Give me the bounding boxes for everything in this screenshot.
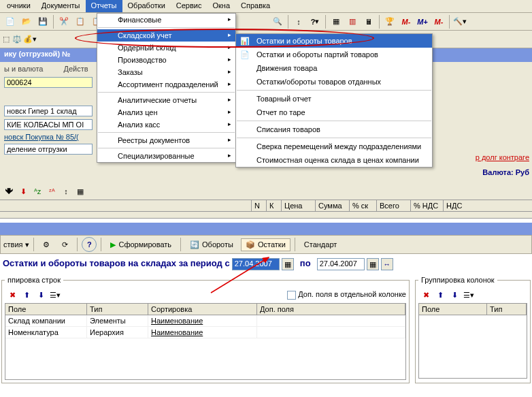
- col-nds: НДС: [444, 200, 471, 211]
- menu-cash-analysis[interactable]: Анализ касс: [97, 118, 235, 131]
- submenu-goods-report[interactable]: Товарный отчет: [236, 92, 432, 106]
- calendar-from-icon[interactable]: ▦: [282, 258, 294, 270]
- settings-icon[interactable]: ⚙: [38, 238, 54, 251]
- submenu-tare[interactable]: Отчет по таре: [236, 106, 432, 119]
- standard-button[interactable]: Стандарт: [299, 238, 342, 251]
- tab-label[interactable]: ы и валюта: [4, 65, 43, 73]
- m-plus-icon[interactable]: M+: [415, 14, 430, 29]
- open-icon[interactable]: 📂: [19, 14, 34, 29]
- date-to-input[interactable]: 27.04.2007: [317, 258, 365, 270]
- submenu-stock-turnover[interactable]: 📊Остатки и обороты товаров: [236, 34, 432, 48]
- down-icon[interactable]: ⬇: [35, 289, 47, 301]
- menu-otchety[interactable]: Отчеты: [86, 0, 122, 12]
- run-button[interactable]: ▶Сформировать: [105, 238, 176, 251]
- report-icon: 📄: [240, 50, 251, 61]
- menu-dokumenty[interactable]: Документы: [36, 0, 86, 12]
- menu-production[interactable]: Производство: [97, 54, 235, 66]
- row-tool4-icon[interactable]: ᶻᴬ: [46, 185, 58, 197]
- row-tool3-icon[interactable]: ᴬz: [31, 185, 44, 197]
- delete-red-icon[interactable]: ✖: [6, 289, 18, 301]
- row-tool6-icon[interactable]: ▦: [74, 185, 86, 197]
- actions-label[interactable]: Действ: [63, 65, 88, 73]
- col2-field: Поле: [419, 304, 487, 315]
- col-grouping-tools: ✖ ⬆ ⬇ ☰▾: [418, 287, 527, 303]
- submenu-given[interactable]: Остатки/обороты товаров отданных: [236, 75, 432, 89]
- help-button[interactable]: ?: [82, 237, 97, 252]
- row-add-icon[interactable]: 🢃: [3, 185, 15, 197]
- extra-cols-checkbox-label[interactable]: Доп. поля в отдельной колонке: [287, 290, 406, 300]
- menu-order-warehouse[interactable]: Ордерный склад: [97, 42, 235, 54]
- table-row[interactable]: Номенклатура Иерархия Наименование: [5, 327, 405, 338]
- save-icon[interactable]: 💾: [35, 14, 50, 29]
- money-icon[interactable]: 💰▾: [23, 35, 37, 44]
- counterparty-input[interactable]: [4, 119, 93, 130]
- list-icon[interactable]: ☰▾: [49, 289, 61, 301]
- ship-dept-input[interactable]: [4, 144, 93, 155]
- red-icon[interactable]: ▥: [345, 14, 360, 29]
- binoc-icon[interactable]: 🔍: [270, 14, 285, 29]
- table-row[interactable]: Склад компании Элементы Наименование: [5, 315, 405, 327]
- help-icon[interactable]: ?▾: [307, 14, 322, 29]
- date-from-input[interactable]: 27.04.2007: [232, 258, 280, 270]
- cell-extra: [257, 327, 405, 338]
- trophy-icon[interactable]: 🏆: [382, 14, 397, 29]
- actions-label2[interactable]: ствия: [3, 240, 22, 249]
- balance-button[interactable]: 📦Остатки: [241, 238, 290, 251]
- balance-icon[interactable]: ⚖️: [12, 35, 22, 44]
- arrow-icon[interactable]: ↕: [291, 14, 306, 29]
- settings-title-bar: [0, 223, 532, 235]
- hammer-icon[interactable]: 🔨▾: [452, 14, 467, 29]
- menu-orders[interactable]: Заказы: [97, 66, 235, 78]
- submenu-batch-turnover[interactable]: 📄Остатки и обороты партий товаров: [236, 48, 432, 61]
- delete-red-icon2[interactable]: ✖: [420, 289, 432, 301]
- period-button[interactable]: ↔: [381, 258, 393, 270]
- cut-icon[interactable]: ✂️: [56, 14, 71, 29]
- col-total: Всего: [377, 200, 411, 211]
- menu-okna[interactable]: Окна: [207, 0, 235, 12]
- m-minus-icon[interactable]: M-: [399, 14, 414, 29]
- calendar-to-icon[interactable]: ▦: [367, 258, 379, 270]
- grid-icon[interactable]: ▦: [329, 14, 344, 29]
- main-toolbar: 📄 📂 💾 ✂️ 📋 📋 🔍 ↕ ?▾ ▦ ▥ 🖩 🏆 M- M+ M- 🔨▾: [0, 13, 532, 31]
- menu-warehouse[interactable]: Складской учет: [97, 29, 235, 42]
- menu-price-analysis[interactable]: Анализ цен: [97, 106, 235, 118]
- submenu-writeoffs[interactable]: Списания товаров: [236, 123, 432, 136]
- menu-specialized[interactable]: Специализированные: [97, 150, 235, 162]
- col-n: N: [252, 200, 267, 211]
- main-menubar: очники Документы Отчеты Обработки Сервис…: [0, 0, 532, 13]
- calc-icon[interactable]: 🖩: [361, 14, 376, 29]
- menu-registries[interactable]: Реестры документов: [97, 134, 235, 146]
- menu-assortment[interactable]: Ассортимент подразделений: [97, 78, 235, 91]
- col-misc: [0, 200, 252, 211]
- menu-spavochniki[interactable]: очники: [1, 0, 36, 12]
- menu-spravka[interactable]: Справка: [235, 0, 276, 12]
- cell-sort: Наименование: [148, 327, 257, 338]
- row-tool5-icon[interactable]: ↕: [60, 185, 72, 197]
- down-icon2[interactable]: ⬇: [448, 289, 461, 301]
- new-doc-icon[interactable]: 📄: [3, 14, 18, 29]
- row-tool2-icon[interactable]: ⬇: [17, 185, 29, 197]
- debt-link[interactable]: р долг контраге: [476, 153, 529, 161]
- warehouse-input[interactable]: [4, 106, 93, 116]
- up-icon[interactable]: ⬆: [20, 289, 33, 301]
- list-icon2[interactable]: ☰▾: [463, 289, 475, 301]
- menu-financial[interactable]: Финансовые: [97, 14, 235, 26]
- menu-analytics[interactable]: Аналитические отчеты: [97, 94, 235, 106]
- order-link[interactable]: новск Покупка № 85/(: [4, 133, 79, 141]
- col-grouping-fieldset: Группировка колонок ✖ ⬆ ⬇ ☰▾ Поле Тип: [415, 276, 531, 383]
- copy-icon[interactable]: 📋: [73, 14, 88, 29]
- docnum-input[interactable]: [4, 77, 93, 88]
- m-minus2-icon[interactable]: M-: [431, 14, 446, 29]
- menu-obrabotki[interactable]: Обработки: [122, 0, 171, 12]
- col-sort: Сортировка: [148, 304, 257, 315]
- submenu-valuation[interactable]: Стоимостная оценка склада в ценах компан…: [236, 153, 432, 167]
- tool-icon1[interactable]: ⬚: [3, 35, 10, 44]
- submenu-movements[interactable]: Движения товара: [236, 61, 432, 75]
- turnover-button[interactable]: 🔄Обороты: [185, 238, 238, 251]
- up-icon2[interactable]: ⬆: [434, 289, 446, 301]
- submenu-reconcile[interactable]: Сверка перемещений между подразделениями: [236, 140, 432, 153]
- refresh-icon[interactable]: ⟳: [57, 238, 73, 251]
- reports-dropdown: Финансовые Складской учет Ордерный склад…: [97, 13, 236, 163]
- menu-servis[interactable]: Сервис: [171, 0, 207, 12]
- extra-cols-checkbox[interactable]: [287, 291, 296, 300]
